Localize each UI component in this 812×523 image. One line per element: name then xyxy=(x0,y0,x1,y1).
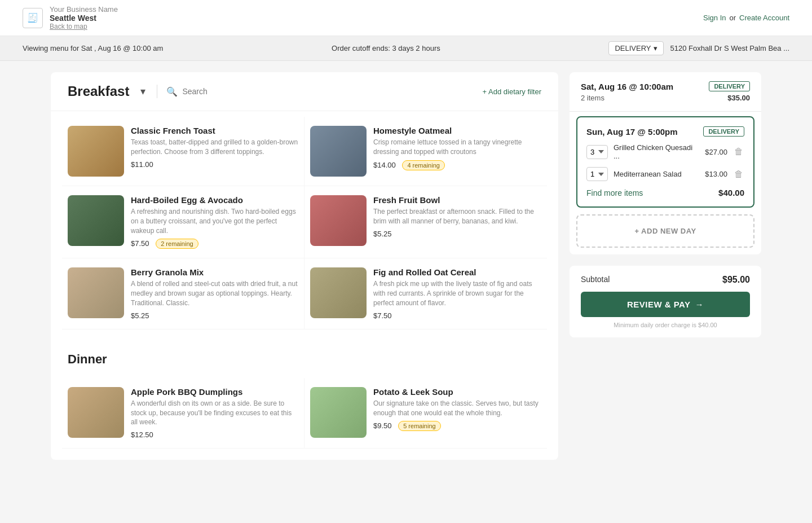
add-new-day-button[interactable]: + ADD NEW DAY xyxy=(576,214,754,248)
delivery-label: DELIVERY xyxy=(615,44,651,52)
cart-sidebar: Sat, Aug 16 @ 10:00am DELIVERY 2 items $… xyxy=(570,72,761,460)
menu-item-price: $7.50 2 remaining xyxy=(131,239,298,249)
viewing-menu-text: Viewing menu for Sat , Aug 16 @ 10:00 am xyxy=(23,44,163,52)
menu-item-desc: The perfect breakfast or afternoon snack… xyxy=(373,207,541,226)
cart-item-1-qty[interactable]: 3 1 2 xyxy=(586,145,608,159)
back-to-map-link[interactable]: Back to map xyxy=(50,23,118,30)
menu-item-name: Homestyle Oatmeal xyxy=(373,126,541,135)
menu-item-price: $14.00 4 remaining xyxy=(373,160,541,170)
menu-item-info: Potato & Leek Soup Our signature take on… xyxy=(373,387,541,439)
delivery-address: 5120 Foxhall Dr S West Palm Bea ... xyxy=(670,44,789,52)
main-content: Breakfast ▾ 🔍 + Add dietary filter Class… xyxy=(39,61,773,471)
cart-item-2-delete-button[interactable]: 🗑 xyxy=(733,168,744,181)
menu-item-image xyxy=(310,126,367,177)
cart-item-1-price: $27.00 xyxy=(705,148,727,156)
subheader: Viewing menu for Sat , Aug 16 @ 10:00 am… xyxy=(0,36,812,61)
menu-item-name: Hard-Boiled Egg & Avocado xyxy=(131,195,298,205)
cart-item-1: 3 1 2 Grilled Chicken Quesadi ... $27.00… xyxy=(586,143,744,160)
subtotal-label: Subtotal xyxy=(581,275,610,285)
cart-item-2-name: Mediterranean Salad xyxy=(614,170,699,178)
menu-item-desc: Crisp romaine lettuce tossed in a tangy … xyxy=(373,138,541,157)
search-icon: 🔍 xyxy=(166,86,178,97)
order-day-1-summary: 2 items $35.00 xyxy=(581,94,750,102)
order-day-2-delivery-tag: DELIVERY xyxy=(703,126,744,137)
menu-item-info: Fresh Fruit Bowl The perfect breakfast o… xyxy=(373,195,541,249)
menu-item-desc: A refreshing and nourishing dish. Two ha… xyxy=(131,207,298,235)
list-item: Berry Granola Mix A blend of rolled and … xyxy=(62,258,304,329)
menu-item-desc: A wonderful dish on its own or as a side… xyxy=(131,399,298,427)
subtotal-amount: $95.00 xyxy=(722,275,750,285)
delivery-toggle[interactable]: DELIVERY ▾ xyxy=(608,41,663,55)
header: 🧾 Your Business Name Seattle West Back t… xyxy=(0,0,812,36)
menu-item-info: Homestyle Oatmeal Crisp romaine lettuce … xyxy=(373,126,541,177)
menu-item-price: $9.50 5 remaining xyxy=(373,421,541,431)
menu-item-image xyxy=(68,387,124,438)
or-separator: or xyxy=(730,14,736,22)
list-item: Hard-Boiled Egg & Avocado A refreshing a… xyxy=(62,186,304,258)
header-left: 🧾 Your Business Name Seattle West Back t… xyxy=(23,5,118,30)
dietary-filter-link[interactable]: + Add dietary filter xyxy=(483,87,541,96)
create-account-link[interactable]: Create Account xyxy=(739,14,789,22)
menu-item-image xyxy=(68,267,124,318)
viewing-label: Viewing menu for xyxy=(23,44,79,52)
menu-item-name: Fresh Fruit Bowl xyxy=(373,195,541,205)
remaining-badge: 4 remaining xyxy=(402,160,444,170)
category-dropdown-button[interactable]: ▾ xyxy=(138,85,148,98)
menu-item-image xyxy=(310,387,367,438)
menu-item-price: $12.50 xyxy=(131,430,298,439)
cart-item-1-delete-button[interactable]: 🗑 xyxy=(733,146,744,158)
breakfast-menu-grid: Classic French Toast Texas toast, batter… xyxy=(51,111,558,341)
list-item: Homestyle Oatmeal Crisp romaine lettuce … xyxy=(304,117,547,186)
menu-item-price: $5.25 xyxy=(131,311,298,320)
search-input[interactable] xyxy=(182,87,295,96)
business-name-label: Your Business Name xyxy=(50,5,118,14)
search-divider xyxy=(157,85,157,98)
sign-in-link[interactable]: Sign In xyxy=(703,14,726,22)
menu-item-desc: Our signature take on the classic. Serve… xyxy=(373,399,541,418)
list-item: Apple Pork BBQ Dumplings A wonderful dis… xyxy=(62,378,304,449)
header-auth: Sign In or Create Account xyxy=(703,14,789,22)
category-title: Breakfast xyxy=(68,83,129,99)
menu-item-info: Classic French Toast Texas toast, batter… xyxy=(131,126,298,177)
cart-item-2-qty[interactable]: 1 2 3 xyxy=(586,167,608,181)
arrow-right-icon: → xyxy=(695,300,704,309)
cart-bottom: Subtotal $95.00 REVIEW & PAY → Minimum d… xyxy=(570,266,761,337)
business-info: Your Business Name Seattle West Back to … xyxy=(50,5,118,30)
menu-item-desc: Texas toast, batter-dipped and grilled t… xyxy=(131,138,298,157)
order-day-1-delivery-tag: DELIVERY xyxy=(709,81,750,91)
order-cutoff-text: Order cutoff ends: 3 days 2 hours xyxy=(332,44,440,52)
menu-item-desc: A blend of rolled and steel-cut oats wit… xyxy=(131,279,298,307)
list-item: Potato & Leek Soup Our signature take on… xyxy=(304,378,547,449)
cart-item-2: 1 2 3 Mediterranean Salad $13.00 🗑 xyxy=(586,167,744,181)
min-order-note: Minimum daily order charge is $40.00 xyxy=(581,322,750,328)
subheader-right: DELIVERY ▾ 5120 Foxhall Dr S West Palm B… xyxy=(608,41,789,55)
find-more-items-link[interactable]: Find more items xyxy=(586,188,643,197)
order-day-2: Sun, Aug 17 @ 5:00pm DELIVERY 3 1 2 Gril… xyxy=(576,116,754,208)
order-day-2-total: $40.00 xyxy=(718,188,744,197)
menu-item-info: Apple Pork BBQ Dumplings A wonderful dis… xyxy=(131,387,298,439)
menu-item-name: Potato & Leek Soup xyxy=(373,387,541,397)
search-area: 🔍 xyxy=(166,86,473,97)
subtotal-row: Subtotal $95.00 xyxy=(581,275,750,285)
chevron-down-icon: ▾ xyxy=(654,44,657,52)
menu-item-image xyxy=(310,195,367,246)
order-day-1: Sat, Aug 16 @ 10:00am DELIVERY 2 items $… xyxy=(570,72,761,112)
order-day-1-title: Sat, Aug 16 @ 10:00am xyxy=(581,82,673,91)
menu-item-price: $5.25 xyxy=(373,230,541,238)
review-pay-button[interactable]: REVIEW & PAY → xyxy=(581,292,750,317)
order-day-2-title: Sun, Aug 17 @ 5:00pm xyxy=(586,127,678,137)
menu-item-info: Hard-Boiled Egg & Avocado A refreshing a… xyxy=(131,195,298,249)
dinner-menu-grid: Apple Pork BBQ Dumplings A wonderful dis… xyxy=(51,372,558,460)
menu-item-name: Fig and Rolled Oat Cereal xyxy=(373,267,541,277)
cart-item-1-name: Grilled Chicken Quesadi ... xyxy=(614,143,699,160)
menu-item-name: Apple Pork BBQ Dumplings xyxy=(131,387,298,397)
review-pay-label: REVIEW & PAY xyxy=(627,300,691,309)
menu-item-name: Berry Granola Mix xyxy=(131,267,298,277)
location-name-label: Seattle West xyxy=(50,14,118,23)
business-logo-icon: 🧾 xyxy=(23,8,43,28)
menu-item-info: Fig and Rolled Oat Cereal A fresh pick m… xyxy=(373,267,541,319)
cart-panel: Sat, Aug 16 @ 10:00am DELIVERY 2 items $… xyxy=(570,72,761,254)
remaining-badge: 2 remaining xyxy=(156,239,198,249)
list-item: Fresh Fruit Bowl The perfect breakfast o… xyxy=(304,186,547,258)
order-day-1-header: Sat, Aug 16 @ 10:00am DELIVERY xyxy=(581,81,750,91)
